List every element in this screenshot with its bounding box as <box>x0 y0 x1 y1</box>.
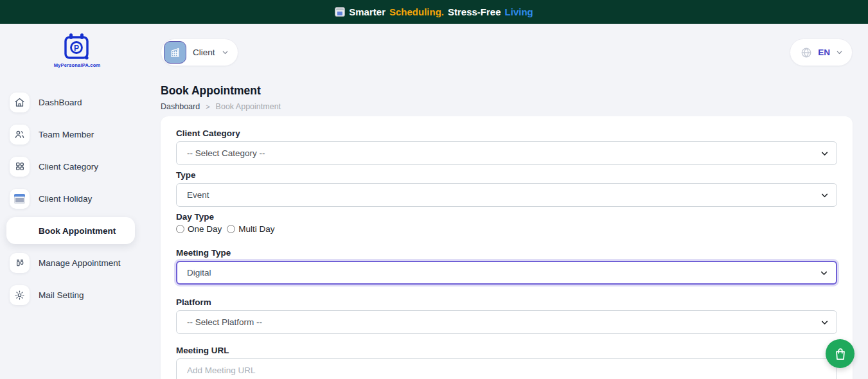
logo-text: MyPersonalPA.com <box>54 62 101 68</box>
day-type-radio-group: One Day Multi Day <box>176 224 837 234</box>
globe-icon <box>801 47 812 58</box>
language-code: EN <box>818 48 830 57</box>
sidebar-item-manage-appointment[interactable]: Manage Appointment <box>0 247 154 279</box>
kanban-icon <box>10 253 30 273</box>
sidebar-item-label: Client Category <box>39 162 98 172</box>
calendar-icon <box>335 7 345 17</box>
radio-icon[interactable] <box>227 225 235 233</box>
chevron-down-icon <box>820 149 829 157</box>
svg-text:P: P <box>74 44 79 53</box>
client-category-label: Client Category <box>176 128 837 138</box>
home-icon <box>10 93 30 112</box>
meeting-url-label: Meeting URL <box>176 346 837 355</box>
chevron-down-icon <box>820 191 829 199</box>
chevron-down-icon <box>222 49 229 56</box>
app-logo[interactable]: P MyPersonalPA.com <box>0 24 154 68</box>
chevron-down-icon <box>820 269 828 277</box>
radio-one-day-label: One Day <box>188 224 222 234</box>
cart-fab-button[interactable] <box>826 339 855 368</box>
role-switcher-button[interactable]: Client <box>161 39 238 66</box>
gear-icon <box>10 285 30 305</box>
radio-multi-day[interactable]: Multi Day <box>227 224 274 234</box>
type-select[interactable]: Event <box>176 183 837 207</box>
sidebar: P MyPersonalPA.com DashBoard Team Member <box>0 24 154 379</box>
sidebar-item-label: Mail Setting <box>39 290 84 300</box>
radio-multi-day-label: Multi Day <box>238 224 274 234</box>
client-category-select[interactable]: -- Select Category -- <box>176 141 837 165</box>
meeting-type-select[interactable]: Digital <box>176 261 837 285</box>
language-selector[interactable]: EN <box>790 39 853 66</box>
role-label: Client <box>193 48 215 57</box>
promo-banner: Smarter Scheduling. Stress-Free Living <box>0 0 868 24</box>
sidebar-item-team-member[interactable]: Team Member <box>0 118 154 150</box>
book-appointment-icon <box>10 221 30 241</box>
breadcrumb-dashboard-link[interactable]: Dashboard <box>161 102 200 111</box>
sidebar-item-label: DashBoard <box>39 98 82 107</box>
sidebar-item-label: Book Appointment <box>39 226 116 236</box>
calendar-color-icon <box>10 189 30 209</box>
radio-one-day[interactable]: One Day <box>176 224 222 234</box>
sidebar-item-client-holiday[interactable]: Client Holiday <box>0 182 154 215</box>
banner-text-3: Stress-Free <box>448 6 501 17</box>
chevron-down-icon <box>836 49 843 56</box>
banner-text-2: Scheduling. <box>389 6 444 17</box>
topbar: Client EN <box>161 24 853 66</box>
main-content: Client EN Book Appointment Dashboard > B… <box>161 24 853 379</box>
sidebar-item-label: Manage Appointment <box>39 258 121 268</box>
chevron-down-icon <box>820 318 829 326</box>
platform-value: -- Select Platform -- <box>187 317 262 327</box>
sidebar-item-client-category[interactable]: Client Category <box>0 150 154 182</box>
sidebar-item-dashboard[interactable]: DashBoard <box>0 86 154 118</box>
type-value: Event <box>187 190 209 200</box>
booking-form-card: Client Category -- Select Category -- Ty… <box>161 116 853 379</box>
banner-text-4: Living <box>505 6 533 17</box>
type-label: Type <box>176 170 837 180</box>
users-icon <box>10 125 30 145</box>
breadcrumb: Dashboard > Book Appointment <box>161 102 853 111</box>
chevron-right-icon: > <box>206 103 209 110</box>
client-category-value: -- Select Category -- <box>187 148 265 158</box>
sidebar-item-book-appointment[interactable]: Book Appointment <box>0 215 154 247</box>
sidebar-nav: DashBoard Team Member Client Categor <box>0 86 154 311</box>
banner-text-1: Smarter <box>349 6 385 17</box>
building-icon <box>164 41 186 64</box>
platform-select[interactable]: -- Select Platform -- <box>176 310 837 334</box>
sidebar-item-label: Team Member <box>39 130 94 139</box>
meeting-type-value: Digital <box>187 268 211 278</box>
meeting-type-label: Meeting Type <box>176 248 837 258</box>
page-title: Book Appointment <box>161 84 853 98</box>
category-icon <box>10 157 30 177</box>
day-type-label: Day Type <box>176 212 837 222</box>
logo-calendar-icon: P <box>60 32 94 62</box>
breadcrumb-current: Book Appointment <box>216 102 281 111</box>
radio-icon[interactable] <box>176 225 184 233</box>
sidebar-item-mail-setting[interactable]: Mail Setting <box>0 279 154 311</box>
platform-label: Platform <box>176 297 837 307</box>
shopping-bag-icon <box>833 347 847 361</box>
sidebar-item-label: Client Holiday <box>39 194 92 204</box>
meeting-url-input[interactable] <box>176 358 837 379</box>
